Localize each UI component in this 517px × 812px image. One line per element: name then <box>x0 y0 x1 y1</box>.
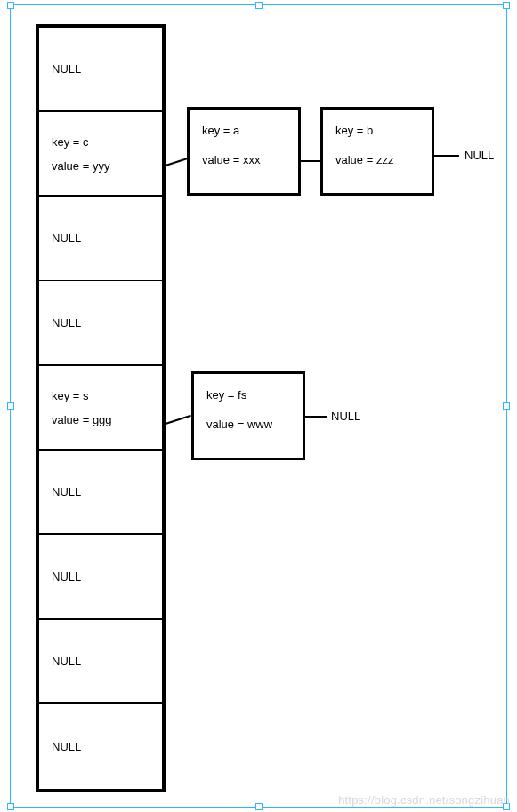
bucket-0: NULL <box>39 28 162 112</box>
bucket-2: NULL <box>39 197 162 281</box>
chain-node-b: key = b value = zzz <box>320 107 434 196</box>
node-value-line: value = zzz <box>335 153 423 166</box>
bucket-null-label: NULL <box>52 740 151 753</box>
bucket-value-line: value = ggg <box>52 413 151 426</box>
chain-node-fs: key = fs value = www <box>191 371 305 460</box>
hash-bucket-array: NULL key = c value = yyy NULL NULL key =… <box>36 24 166 792</box>
resize-handle-middle-left[interactable] <box>7 402 14 410</box>
chain-node-a: key = a value = xxx <box>187 107 301 196</box>
bucket-1: key = c value = yyy <box>39 112 162 197</box>
resize-handle-middle-right[interactable] <box>503 402 510 410</box>
bucket-4: key = s value = ggg <box>39 366 162 451</box>
chain-terminal-null: NULL <box>331 410 360 423</box>
bucket-3: NULL <box>39 281 162 366</box>
bucket-6: NULL <box>39 535 162 620</box>
bucket-key-line: key = s <box>52 389 151 402</box>
bucket-7: NULL <box>39 620 162 704</box>
node-key-line: key = a <box>202 124 289 137</box>
node-key-line: key = fs <box>206 388 294 402</box>
bucket-null-label: NULL <box>52 570 151 583</box>
node-value-line: value = xxx <box>202 153 289 166</box>
resize-handle-bottom-left[interactable] <box>7 803 14 810</box>
bucket-null-label: NULL <box>52 62 151 76</box>
chain-terminal-null: NULL <box>464 149 494 162</box>
resize-handle-bottom-middle[interactable] <box>255 803 263 810</box>
resize-handle-top-left[interactable] <box>7 2 14 9</box>
bucket-8: NULL <box>39 704 162 789</box>
bucket-null-label: NULL <box>52 485 151 499</box>
node-value-line: value = www <box>206 418 294 431</box>
resize-handle-top-right[interactable] <box>503 2 510 9</box>
link-line <box>434 155 459 157</box>
bucket-null-label: NULL <box>52 231 151 245</box>
bucket-5: NULL <box>39 451 162 535</box>
link-line <box>301 160 320 162</box>
node-key-line: key = b <box>335 124 423 137</box>
link-line <box>305 416 327 418</box>
bucket-key-line: key = c <box>52 135 151 149</box>
watermark-text: https://blog.csdn.net/songzihuan <box>338 793 510 807</box>
bucket-null-label: NULL <box>52 316 151 329</box>
bucket-null-label: NULL <box>52 654 151 668</box>
bucket-value-line: value = yyy <box>52 159 151 173</box>
resize-handle-top-middle[interactable] <box>255 2 263 9</box>
